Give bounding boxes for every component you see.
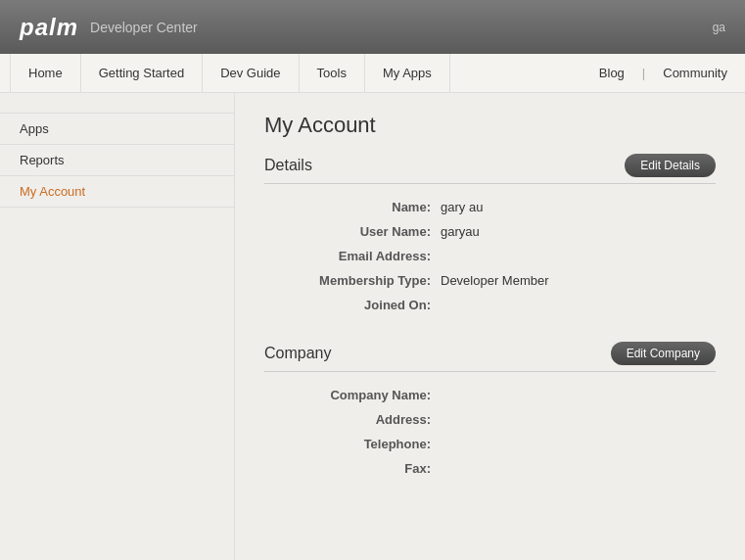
detail-label-membership: Membership Type: — [264, 273, 441, 288]
detail-label-name: Name: — [264, 200, 441, 214]
detail-row-email: Email Address: — [264, 249, 716, 263]
detail-label-fax: Fax: — [264, 461, 441, 476]
sidebar: Apps Reports My Account — [0, 93, 235, 560]
logo-text: Developer Center — [90, 20, 198, 35]
nav-tools[interactable]: Tools — [300, 54, 365, 93]
nav-community[interactable]: Community — [655, 66, 735, 80]
nav-right: Blog | Community — [591, 66, 735, 80]
detail-label-email: Email Address: — [264, 249, 441, 263]
navbar: Home Getting Started Dev Guide Tools My … — [0, 54, 745, 93]
nav-dev-guide[interactable]: Dev Guide — [203, 54, 299, 93]
detail-row-fax: Fax: — [264, 461, 716, 476]
detail-label-username: User Name: — [264, 224, 441, 239]
detail-label-telephone: Telephone: — [264, 437, 441, 451]
logo-area: palm Developer Center — [20, 14, 198, 41]
nav-separator: | — [642, 66, 645, 80]
detail-label-joined: Joined On: — [264, 298, 441, 312]
nav-home[interactable]: Home — [10, 54, 81, 93]
detail-row-name: Name: gary au — [264, 200, 716, 214]
detail-label-company-name: Company Name: — [264, 388, 441, 402]
detail-row-address: Address: — [264, 412, 716, 427]
detail-row-telephone: Telephone: — [264, 437, 716, 451]
edit-company-button[interactable]: Edit Company — [611, 342, 716, 365]
detail-value-username: garyau — [441, 224, 480, 239]
nav-getting-started[interactable]: Getting Started — [81, 54, 203, 93]
logo-palm: palm — [20, 14, 78, 41]
sidebar-item-reports[interactable]: Reports — [0, 145, 234, 176]
header: palm Developer Center ga — [0, 0, 745, 54]
detail-value-membership: Developer Member — [441, 273, 549, 288]
details-section-header: Details Edit Details — [264, 154, 716, 184]
company-section-title: Company — [264, 345, 331, 362]
nav-blog[interactable]: Blog — [591, 66, 632, 80]
main-layout: Apps Reports My Account My Account Detai… — [0, 93, 745, 560]
details-section: Details Edit Details Name: gary au User … — [264, 154, 716, 312]
sidebar-item-apps[interactable]: Apps — [0, 113, 234, 145]
company-section-header: Company Edit Company — [264, 342, 716, 372]
details-section-title: Details — [264, 157, 312, 174]
detail-row-membership: Membership Type: Developer Member — [264, 273, 716, 288]
nav-my-apps[interactable]: My Apps — [365, 54, 450, 93]
header-user: ga — [713, 21, 725, 34]
detail-label-address: Address: — [264, 412, 441, 427]
detail-row-company-name: Company Name: — [264, 388, 716, 402]
edit-details-button[interactable]: Edit Details — [625, 154, 716, 177]
content-area: My Account Details Edit Details Name: ga… — [235, 93, 745, 560]
company-section: Company Edit Company Company Name: Addre… — [264, 342, 716, 476]
page-title: My Account — [264, 113, 716, 138]
detail-row-joined: Joined On: — [264, 298, 716, 312]
sidebar-item-my-account[interactable]: My Account — [0, 176, 234, 208]
detail-value-name: gary au — [441, 200, 483, 214]
detail-row-username: User Name: garyau — [264, 224, 716, 239]
